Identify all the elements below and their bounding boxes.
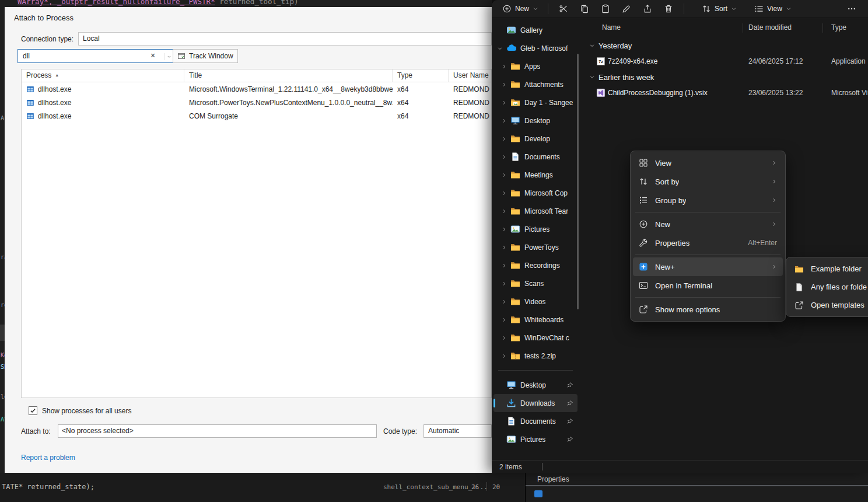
chevron-right-icon[interactable] — [501, 208, 507, 214]
nav-item-gleb-microsof[interactable]: Gleb - Microsof — [494, 39, 578, 57]
nav-item-meetings[interactable]: Meetings — [494, 166, 578, 184]
sort-button[interactable]: Sort — [697, 2, 741, 16]
file-row-childprocessdebugging-1-vsix[interactable]: ChildProcessDebugging (1).vsix23/06/2025… — [582, 85, 868, 100]
code-type-select[interactable]: Automatic — [424, 424, 492, 438]
nav-item-scans[interactable]: Scans — [494, 274, 578, 292]
nav-item-day-1-sangee[interactable]: Day 1 - Sangee — [494, 93, 578, 111]
group-header-yesterday[interactable]: Yesterday — [582, 37, 868, 54]
column-type[interactable]: Type — [393, 69, 449, 82]
chevron-down-icon[interactable] — [589, 74, 595, 80]
group-header-earlier-this-week[interactable]: Earlier this week — [582, 69, 868, 85]
chevron-right-icon[interactable] — [501, 317, 507, 323]
chevron-right-icon[interactable] — [501, 154, 507, 160]
column-user-name[interactable]: User Name — [449, 69, 491, 82]
column-type[interactable]: Type — [831, 23, 846, 32]
chevron-down-icon[interactable] — [589, 43, 595, 48]
show-all-users-checkbox[interactable] — [29, 406, 37, 415]
chevron-right-icon[interactable] — [501, 190, 507, 196]
chevron-right-icon[interactable] — [501, 100, 507, 106]
nav-item-desktop[interactable]: Desktop — [494, 111, 578, 130]
chevron-right-icon[interactable] — [501, 245, 507, 250]
menu-item-show-more-options[interactable]: Show more options — [633, 300, 783, 319]
process-row-com-surrogate[interactable]: dllhost.exeCOM Surrogatex64REDMOND — [22, 109, 491, 123]
filter-dropdown-icon[interactable] — [164, 53, 172, 60]
nav-item-gallery[interactable]: Gallery — [494, 21, 578, 39]
column-label: Process — [26, 71, 51, 79]
nav-item-pictures[interactable]: Pictures — [494, 220, 578, 238]
process-filter-input[interactable]: dll × — [18, 49, 174, 63]
nav-item-documents[interactable]: Documents — [494, 148, 578, 166]
nav-item-pictures[interactable]: Pictures — [494, 430, 578, 448]
new-button[interactable]: New — [498, 2, 543, 16]
menu-item-open-templates[interactable]: Open templates — [789, 296, 868, 314]
folder-icon — [510, 315, 520, 325]
show-all-users-row[interactable]: Show processes for all users — [29, 406, 131, 415]
nav-item-windevchat-c[interactable]: WinDevChat c — [494, 329, 578, 347]
connection-type-select[interactable]: Local — [78, 32, 492, 46]
chevron-right-icon[interactable] — [501, 82, 507, 88]
chevron-right-icon[interactable] — [501, 172, 507, 178]
nav-item-microsoft-cop[interactable]: Microsoft Cop — [494, 184, 578, 202]
nav-scrollbar[interactable] — [577, 54, 579, 309]
code-fragment: ra — [1, 255, 5, 260]
column-process[interactable]: Process▲ — [22, 69, 184, 82]
chevron-right-icon[interactable] — [501, 353, 507, 359]
menu-item-group-by[interactable]: Group by — [633, 191, 783, 210]
process-row-microsoft-powertoys-newpluscontextmenu-1-0-0-0-neutral-8w[interactable]: dllhost.exeMicrosoft.PowerToys.NewPlusCo… — [22, 96, 491, 109]
share-button[interactable] — [637, 2, 658, 16]
chevron-right-icon[interactable] — [501, 335, 507, 341]
menu-item-new[interactable]: New — [633, 215, 783, 233]
chevron-right-icon[interactable] — [501, 281, 507, 287]
chevron-down-icon[interactable] — [497, 46, 503, 51]
nav-item-label: Scans — [524, 280, 544, 288]
nav-item-documents[interactable]: Documents — [494, 412, 578, 430]
chevron-right-icon[interactable] — [501, 226, 507, 232]
menu-item-any-files-or-folde[interactable]: Any files or folde — [789, 278, 868, 296]
more-options-button[interactable] — [841, 2, 862, 16]
process-row-microsoft-windowsterminal-1-22-11141-0-x64-8wekyb3d8bbwe[interactable]: dllhost.exeMicrosoft.WindowsTerminal_1.2… — [22, 82, 491, 96]
cut-button[interactable] — [553, 2, 574, 16]
menu-shortcut: Alt+Enter — [748, 239, 777, 247]
nav-item-powertoys[interactable]: PowerToys — [494, 238, 578, 256]
clear-filter-icon[interactable]: × — [148, 51, 158, 60]
nav-item-tests-2-zip[interactable]: tests 2.zip — [494, 347, 578, 365]
paste-button[interactable] — [595, 2, 616, 16]
process-user: REDMOND — [449, 112, 491, 120]
process-title: COM Surrogate — [184, 112, 393, 120]
nav-item-microsoft-tear[interactable]: Microsoft Tear — [494, 202, 578, 220]
nav-item-attachments[interactable]: Attachments — [494, 75, 578, 93]
menu-item-view[interactable]: View — [633, 154, 783, 172]
menu-item-open-in-terminal[interactable]: Open in Terminal — [633, 276, 783, 295]
file-row-7z2409-x64-exe[interactable]: 7z7z2409-x64.exe24/06/2025 17:12Applicat… — [582, 54, 868, 69]
nav-item-recordings[interactable]: Recordings — [494, 256, 578, 274]
chevron-right-icon[interactable] — [501, 136, 507, 142]
copy-button[interactable] — [574, 2, 595, 16]
delete-button[interactable] — [658, 2, 679, 16]
view-button[interactable]: View — [750, 2, 796, 16]
chevron-right-icon[interactable] — [501, 64, 507, 69]
column-title[interactable]: Title — [184, 69, 393, 82]
nav-item-desktop[interactable]: Desktop — [494, 376, 578, 394]
report-problem-link[interactable]: Report a problem — [21, 454, 75, 462]
chevron-right-icon[interactable] — [501, 299, 507, 305]
menu-item-properties[interactable]: PropertiesAlt+Enter — [633, 233, 783, 252]
column-divider — [743, 23, 743, 33]
group-icon — [639, 196, 648, 205]
column-name[interactable]: Name — [602, 23, 621, 32]
chevron-right-icon[interactable] — [501, 118, 507, 124]
menu-item-new[interactable]: New+ — [633, 257, 783, 276]
rename-button[interactable] — [616, 2, 637, 16]
nav-item-apps[interactable]: Apps — [494, 57, 578, 75]
menu-item-sort-by[interactable]: Sort by — [633, 172, 783, 191]
nav-item-develop[interactable]: Develop — [494, 130, 578, 148]
menu-item-example-folder[interactable]: Example folder — [789, 260, 868, 278]
nav-item-downloads[interactable]: Downloads — [494, 394, 578, 412]
nav-item-whiteboards[interactable]: Whiteboards — [494, 311, 578, 329]
attach-to-field[interactable]: <No process selected> — [58, 424, 377, 438]
folder-icon — [510, 278, 520, 288]
nav-item-videos[interactable]: Videos — [494, 292, 578, 311]
column-date-modified[interactable]: Date modified — [748, 23, 792, 32]
toolbar-divider — [548, 4, 548, 14]
track-window-button[interactable]: Track Window — [173, 49, 238, 63]
chevron-right-icon[interactable] — [501, 263, 507, 269]
